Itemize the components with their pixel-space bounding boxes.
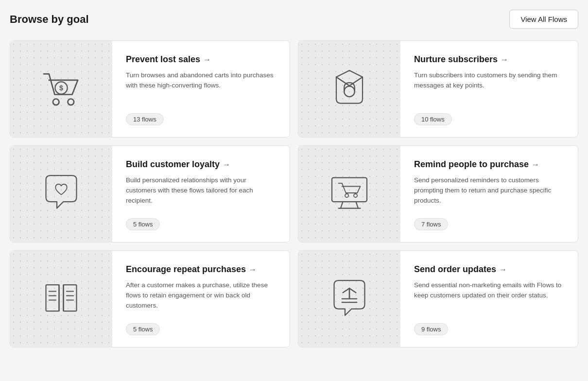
card-icon-area-remind-people-to-purchase	[298, 146, 400, 242]
view-all-flows-button[interactable]: View All Flows	[509, 10, 578, 29]
svg-point-10	[354, 194, 357, 197]
card-badge-remind-people-to-purchase: 7 flows	[414, 218, 448, 230]
email-icon	[328, 66, 371, 112]
page-title: Browse by goal	[10, 13, 89, 26]
page-header: Browse by goal View All Flows	[10, 10, 578, 29]
card-title-build-customer-loyalty: Build customer loyalty →	[126, 159, 276, 170]
card-content-send-order-updates: Send order updates → Send essential non-…	[400, 251, 578, 347]
monitor-cart-icon	[328, 171, 371, 217]
card-build-customer-loyalty[interactable]: Build customer loyalty → Build personali…	[10, 145, 290, 242]
card-desc-remind-people-to-purchase: Send personalized reminders to customers…	[414, 175, 564, 209]
cart-icon: $	[39, 66, 83, 112]
book-icon	[39, 276, 83, 322]
svg-text:$: $	[59, 84, 63, 92]
card-content-remind-people-to-purchase: Remind people to purchase → Send persona…	[400, 146, 578, 242]
card-send-order-updates[interactable]: Send order updates → Send essential non-…	[298, 250, 578, 347]
card-desc-encourage-repeat-purchases: After a customer makes a purchase, utili…	[126, 280, 276, 314]
card-icon-area-nurture-subscribers	[298, 41, 400, 137]
card-title-nurture-subscribers: Nurture subscribers →	[414, 54, 564, 65]
card-badge-prevent-lost-sales: 13 flows	[126, 113, 164, 125]
svg-line-7	[356, 202, 359, 208]
svg-line-22	[343, 288, 350, 293]
card-encourage-repeat-purchases[interactable]: Encourage repeat purchases → After a cus…	[10, 250, 290, 347]
card-content-prevent-lost-sales: Prevent lost sales → Turn browses and ab…	[112, 41, 290, 137]
chat-alert-icon	[328, 276, 371, 322]
svg-point-9	[345, 194, 348, 197]
card-badge-build-customer-loyalty: 5 flows	[126, 218, 160, 230]
svg-line-23	[349, 288, 356, 293]
card-prevent-lost-sales[interactable]: $ Prevent lost sales → Turn browses and …	[10, 40, 290, 138]
svg-point-4	[344, 86, 355, 97]
card-arrow-send-order-updates: →	[499, 265, 507, 274]
card-icon-area-encourage-repeat-purchases	[10, 251, 112, 347]
heart-chat-icon	[39, 171, 83, 217]
svg-line-6	[341, 202, 343, 208]
cards-grid: $ Prevent lost sales → Turn browses and …	[10, 40, 578, 347]
card-content-nurture-subscribers: Nurture subscribers → Turn subscribers i…	[400, 41, 578, 137]
card-icon-area-send-order-updates	[298, 251, 400, 347]
svg-rect-5	[332, 178, 367, 202]
card-content-encourage-repeat-purchases: Encourage repeat purchases → After a cus…	[112, 251, 290, 347]
card-badge-send-order-updates: 9 flows	[414, 323, 448, 335]
card-title-send-order-updates: Send order updates →	[414, 264, 564, 275]
card-badge-encourage-repeat-purchases: 5 flows	[126, 323, 160, 335]
card-desc-nurture-subscribers: Turn subscribers into customers by sendi…	[414, 70, 564, 104]
card-title-remind-people-to-purchase: Remind people to purchase →	[414, 159, 564, 170]
card-title-prevent-lost-sales: Prevent lost sales →	[126, 54, 276, 65]
card-icon-area-prevent-lost-sales: $	[10, 41, 112, 137]
svg-point-0	[53, 99, 59, 105]
card-nurture-subscribers[interactable]: Nurture subscribers → Turn subscribers i…	[298, 40, 578, 138]
svg-rect-11	[46, 285, 59, 311]
card-remind-people-to-purchase[interactable]: Remind people to purchase → Send persona…	[298, 145, 578, 242]
card-desc-send-order-updates: Send essential non-marketing emails with…	[414, 280, 564, 314]
card-arrow-prevent-lost-sales: →	[203, 55, 211, 64]
card-arrow-build-customer-loyalty: →	[223, 160, 230, 169]
card-desc-build-customer-loyalty: Build personalized relationships with yo…	[126, 175, 276, 209]
svg-rect-12	[64, 285, 77, 311]
card-content-build-customer-loyalty: Build customer loyalty → Build personali…	[112, 146, 290, 242]
card-badge-nurture-subscribers: 10 flows	[414, 113, 452, 125]
card-title-encourage-repeat-purchases: Encourage repeat purchases →	[126, 264, 276, 275]
card-arrow-remind-people-to-purchase: →	[532, 160, 539, 169]
card-arrow-encourage-repeat-purchases: →	[249, 265, 257, 274]
svg-point-1	[68, 99, 74, 105]
card-desc-prevent-lost-sales: Turn browses and abandoned carts into pu…	[126, 70, 276, 104]
card-icon-area-build-customer-loyalty	[10, 146, 112, 242]
card-arrow-nurture-subscribers: →	[501, 55, 508, 64]
